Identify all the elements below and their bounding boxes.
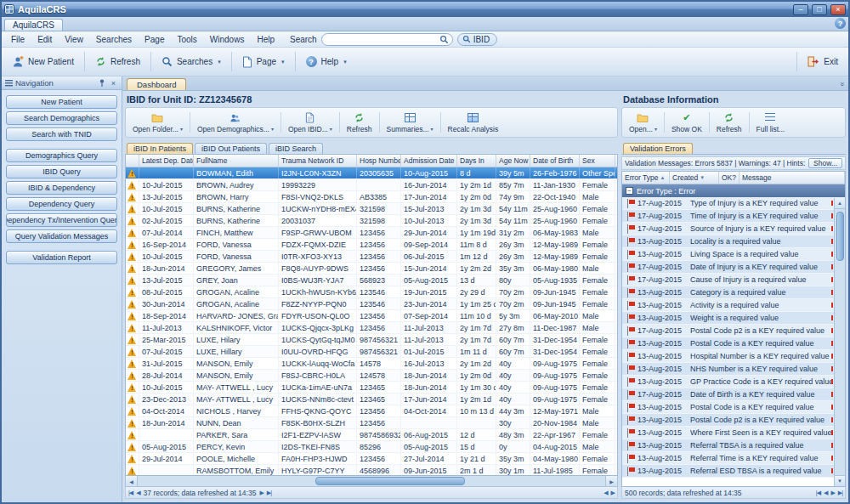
exit-button[interactable]: Exit <box>801 53 845 71</box>
chevron-down-icon[interactable]: ▾ <box>343 59 347 65</box>
menu-item[interactable]: View <box>59 33 89 46</box>
column-header-trauma-network-id[interactable]: Trauma Network ID <box>279 155 357 167</box>
chevron-down-icon[interactable]: ▾ <box>281 59 285 65</box>
column-header-icon[interactable] <box>126 155 139 167</box>
table-row[interactable]: 18-Jun-2014 NUNN, Dean F8SK-B0HX-SLZH 12… <box>126 417 617 429</box>
validation-row[interactable]: 13-Aug-2015 Postal Code p2 is a KEY requ… <box>622 414 845 427</box>
tab-validation-errors[interactable]: Validation Errors <box>623 143 693 154</box>
last-record-icon[interactable]: ▶| <box>267 490 271 496</box>
column-header-admission-date[interactable]: Admission Date <box>401 155 457 167</box>
scroll-left-icon[interactable]: ◀ <box>126 476 138 486</box>
validation-row[interactable]: 13-Aug-2015 Where First Seen is a KEY re… <box>622 427 845 439</box>
menu-item[interactable]: Tools <box>171 33 202 46</box>
scroll-up-icon[interactable]: ▲ <box>835 198 845 209</box>
maximize-button[interactable]: □ <box>812 4 827 15</box>
chevron-down-icon[interactable]: ▾ <box>654 126 657 132</box>
help-icon[interactable]: ? <box>835 18 846 29</box>
validation-row[interactable]: 17-Aug-2015 Type of Injury is a KEY requ… <box>622 197 845 210</box>
ibid-search-button[interactable]: IBID <box>457 33 497 46</box>
last-record-icon[interactable]: ▶| <box>838 490 842 496</box>
validation-row[interactable]: 13-Aug-2015 Referral TBSA is a required … <box>622 439 845 452</box>
validation-row[interactable]: 13-Aug-2015 Category is a required value <box>622 286 845 299</box>
scrollbar-thumb[interactable] <box>315 477 465 485</box>
column-header-sex[interactable]: Sex <box>580 155 615 167</box>
prev-record-icon[interactable]: ◀ <box>136 490 139 496</box>
chevron-down-icon[interactable]: ▾ <box>330 126 332 132</box>
vertical-scrollbar[interactable]: ▲ ▼ <box>834 198 845 486</box>
panel-menu-icon[interactable] <box>5 79 13 87</box>
column-header-hosp-number[interactable]: Hosp Number <box>357 155 401 167</box>
table-row[interactable]: 07-Jul-2015 LUXE, Hillary I0UU-OVRD-HFQG… <box>126 346 617 358</box>
scroll-left-icon[interactable]: ◀ <box>604 490 607 496</box>
table-row[interactable]: 13-Jul-2015 BROWN, Harry F8SI-VNQ2-DKLS … <box>126 191 617 203</box>
validation-row[interactable]: 17-Aug-2015 Date of Birth is a KEY requi… <box>622 388 845 401</box>
validation-row[interactable]: 13-Aug-2015 Referral Time is a KEY requi… <box>622 452 845 465</box>
column-header-days-in[interactable]: Days In <box>457 155 496 167</box>
scroll-right-icon[interactable]: ▶ <box>611 490 615 496</box>
menu-item[interactable]: Windows <box>204 33 251 46</box>
table-row[interactable]: 31-Jul-2015 MANSON, Emily 1UCKK-lAuqq-Wo… <box>126 358 617 370</box>
open-folder-button[interactable]: Open Folder...▾ <box>128 109 188 136</box>
nav-button[interactable]: IBID Query <box>6 165 117 178</box>
db-open-button[interactable]: Open...▾ <box>624 109 662 136</box>
table-row[interactable]: 13-Jul-2015 GREY, Joan I0BS-WU3R-YJA7 56… <box>126 275 617 286</box>
close-icon[interactable]: × <box>109 78 118 88</box>
scroll-down-icon[interactable]: ▼ <box>835 475 845 486</box>
menu-item[interactable]: Searches <box>90 33 138 46</box>
table-row[interactable]: 10-Jul-2015 MAY- ATTWELL , Lucy 1UCKa-1i… <box>126 382 617 394</box>
table-row[interactable]: 10-Jul-2015 BROWN, Audrey 19993229 16-Ju… <box>126 179 617 191</box>
validation-row[interactable]: 13-Aug-2015 Referral ESD TBSA is a requi… <box>622 465 845 478</box>
column-header-ok[interactable]: OK? <box>719 172 740 184</box>
show-button[interactable]: Show... <box>808 158 842 168</box>
table-row[interactable]: 18-Jun-2014 GREGORY, James F8Q8-AUYP-9DW… <box>126 263 617 275</box>
chevron-down-icon[interactable]: ▾ <box>218 59 221 65</box>
validation-row[interactable]: 13-Aug-2015 Activity is a required value <box>622 299 845 312</box>
validation-row[interactable]: 17-Aug-2015 Source of Injury is a KEY re… <box>622 223 845 235</box>
menu-item[interactable]: File <box>5 33 31 46</box>
table-row[interactable]: 28-Jul-2014 MANSON, Emily F8SJ-CBRC-H0LA… <box>126 370 617 382</box>
nav-button[interactable]: New Patient <box>6 95 117 109</box>
search-input[interactable] <box>328 35 439 44</box>
grid-refresh-button[interactable]: Refresh <box>342 109 377 136</box>
nav-button[interactable]: Search with TNID <box>6 127 117 141</box>
close-button[interactable]: × <box>830 4 846 15</box>
table-row[interactable]: 05-Aug-2015 PERCY, Kevin I2DS-TKEI-FN8S … <box>126 441 617 453</box>
validation-row[interactable]: 13-Aug-2015 Postal Code is a KEY require… <box>622 401 845 414</box>
next-record-icon[interactable]: ▶ <box>830 490 834 496</box>
table-row[interactable]: RAMSBOTTOM, Emily HYLY-G97P-C7YY 4568996… <box>126 465 617 475</box>
next-record-icon[interactable]: ▶ <box>259 490 263 496</box>
table-row[interactable]: 23-Dec-2013 MAY- ATTWELL , Lucy 1UCKS-NN… <box>126 394 617 405</box>
new-patient-button[interactable]: New Patient <box>5 53 81 71</box>
menu-item[interactable]: Edit <box>31 33 58 46</box>
column-header-error-type[interactable]: Error Type▲ <box>622 172 670 184</box>
page-button[interactable]: Page ▾ <box>235 53 292 71</box>
table-row[interactable]: PARKER, Sara I2F1-EZPV-IASW 98745869323 … <box>126 429 617 441</box>
column-header-message[interactable]: Message <box>740 172 845 184</box>
app-tab-aquilacrs[interactable]: AquilaCRS <box>4 19 63 31</box>
searches-button[interactable]: Searches ▾ <box>155 53 228 71</box>
validation-row[interactable]: 13-Aug-2015 NHS Number is a KEY required… <box>622 363 845 376</box>
scrollbar-track[interactable] <box>138 476 605 486</box>
summaries-button[interactable]: Summaries...▾ <box>382 109 439 136</box>
validation-row[interactable]: 13-Aug-2015 Postal Code is a KEY require… <box>622 337 845 350</box>
refresh-button[interactable]: Refresh <box>88 53 147 71</box>
validation-row[interactable]: 17-Aug-2015 Postal Code p2 is a KEY requ… <box>622 325 845 337</box>
table-row[interactable]: 11-Jul-2013 KALSHNIKOFF, Victor 1UCKS-Qj… <box>126 322 617 334</box>
table-row[interactable]: 07-Jul-2014 FINCH, Matthew F9SP-GRWV-UBO… <box>126 227 617 239</box>
open-ibid-button[interactable]: Open IBID...▾ <box>283 109 337 136</box>
column-header-date-of-birth[interactable]: Date of Birth <box>530 155 580 167</box>
table-row[interactable]: 25-Mar-2015 LUXE, Hilary 1UCKS-QytGq-tqJ… <box>126 334 617 346</box>
table-row[interactable]: 16-Sep-2014 FORD, Vanessa FDZX-FQMX-DZIE… <box>126 239 617 251</box>
table-row[interactable]: 29-Jul-2014 POOLE, Michelle FA0H-FHP3-HJ… <box>126 453 617 465</box>
chevron-down-icon[interactable]: ▾ <box>431 126 434 132</box>
group-row-error-type[interactable]: − Error Type : Error <box>622 184 845 197</box>
validation-row[interactable]: 13-Aug-2015 Locality is a required value <box>622 235 845 248</box>
show-ok-button[interactable]: ✔ Show OK <box>666 109 707 136</box>
validation-row[interactable]: 13-Aug-2015 Living Space is a required v… <box>622 248 845 261</box>
table-row[interactable]: BOWMAN, Edith I2JN-LC0N-X3ZN 20305635 10… <box>126 167 617 179</box>
validation-row[interactable]: 17-Aug-2015 Date of Injury is a KEY requ… <box>622 261 845 274</box>
db-refresh-button[interactable]: Refresh <box>711 109 747 136</box>
table-row[interactable]: 30-Jun-2014 GROGAN, Acaline F8ZZ-NYYP-PQ… <box>126 298 617 310</box>
column-header-latest-dep-date[interactable]: Latest Dep. Date <box>139 155 194 167</box>
horizontal-scrollbar[interactable]: ◀ ▶ <box>125 476 618 487</box>
